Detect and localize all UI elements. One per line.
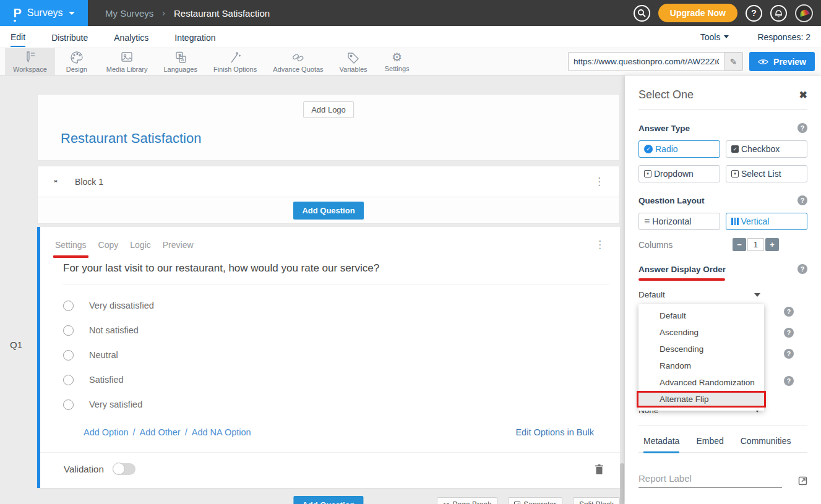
radio-input[interactable] [63,350,74,361]
search-button[interactable] [634,5,650,22]
question-tab-preview[interactable]: Preview [163,240,194,250]
answer-type-checkbox[interactable]: ✓ Checkbox [726,140,807,158]
tab-integration[interactable]: Integration [174,28,215,46]
links-separator: / [185,427,187,437]
toolbar-finish-options[interactable]: Finish Options [205,48,265,75]
display-order-control: Default Default Ascending Descending Ran… [638,288,807,417]
columns-decrement-button[interactable]: − [733,238,746,251]
toolbar-advance-quotas[interactable]: Advance Quotas [265,48,331,75]
question-tab-settings[interactable]: Settings [55,240,87,250]
menu-item-default[interactable]: Default [638,307,764,324]
question-tab-logic[interactable]: Logic [130,240,150,250]
radio-input[interactable] [63,325,74,336]
help-icon[interactable]: ? [784,349,794,359]
divider [638,425,807,425]
tab-embed[interactable]: Embed [696,436,723,452]
help-icon[interactable]: ? [797,264,807,274]
edit-url-button[interactable]: ✎ [724,53,742,70]
radio-input[interactable] [63,301,74,311]
collapse-block-icon[interactable]: ⌄ ⌃ [53,177,59,186]
question-menu-icon[interactable]: ⋮ [595,239,605,250]
notifications-button[interactable] [770,5,787,22]
separator-button[interactable]: ✓ Separator [508,497,562,504]
toolbar-media-library[interactable]: Media Library [98,48,156,75]
option-label[interactable]: Satisfied [89,375,124,385]
help-icon[interactable]: ? [784,376,794,386]
toolbar-languages[interactable]: ✱ A Languages [155,48,205,75]
radio-input[interactable] [63,375,74,385]
help-button[interactable]: ? [746,5,762,22]
tab-communities[interactable]: Communities [741,436,791,452]
option-label[interactable]: Very satisfied [89,399,142,409]
toolbar-label: Languages [163,66,197,73]
tab-metadata[interactable]: Metadata [643,436,679,453]
radio-input[interactable] [63,399,74,410]
add-question-button-bottom[interactable]: Add Question [293,496,363,504]
columns-increment-button[interactable]: + [765,238,779,251]
edit-options-in-bulk-link[interactable]: Edit Options in Bulk [515,427,594,437]
layout-horizontal[interactable]: ≡ Horizontal [638,213,720,230]
report-label-row [638,471,807,488]
tab-distribute[interactable]: Distribute [51,28,88,46]
answer-type-select-list[interactable]: ▾ Select List [726,165,807,182]
help-icon[interactable]: ? [797,195,807,205]
option-label[interactable]: Neutral [89,350,118,360]
toolbar-variables[interactable]: Variables [332,48,376,75]
responses-count[interactable]: Responses: 2 [757,32,810,42]
split-block-button[interactable]: Split Block [573,497,620,504]
survey-url-input[interactable] [569,57,724,66]
option-label[interactable]: Not satisfied [89,325,139,335]
answer-type-radio[interactable]: ✓ Radio [638,140,720,158]
checkbox-icon: ✓ [514,502,520,504]
breadcrumb-my-surveys[interactable]: My Surveys [105,8,153,19]
toolbar-workspace[interactable]: Workspace [5,48,55,75]
avatar[interactable] [795,4,813,22]
validation-toggle[interactable] [113,463,135,475]
tab-analytics[interactable]: Analytics [114,28,148,46]
answer-type-dropdown[interactable]: ▾ Dropdown [638,165,720,182]
option-label[interactable]: Very dissatisfied [89,301,154,310]
preview-button[interactable]: Preview [749,52,815,71]
menu-item-alternate-flip[interactable]: Alternate Flip [637,391,766,408]
add-na-option-link[interactable]: Add NA Option [192,427,251,437]
page-break-button[interactable]: ✂ Page Break [437,497,497,504]
vertical-bars-icon [731,218,739,225]
tools-menu[interactable]: Tools [700,32,729,42]
help-icon[interactable]: ? [784,328,794,338]
menu-item-advanced-randomization[interactable]: Advanced Randomization [638,374,764,391]
menu-item-descending[interactable]: Descending [638,341,764,357]
breadcrumb: My Surveys › Restaurant Satisfaction [105,8,270,19]
option-row: Neutral [63,343,597,367]
answer-type-heading-row: Answer Type ? [638,123,807,133]
menu-item-ascending[interactable]: Ascending [638,324,764,341]
close-panel-button[interactable]: ✖ [799,89,807,101]
add-option-link[interactable]: Add Option [84,427,129,437]
question-number-label: Q1 [10,340,22,350]
report-label-input[interactable] [638,471,782,488]
toolbar-design[interactable]: Design [55,48,98,75]
scrollbar-thumb[interactable] [620,463,624,504]
toolbar-settings[interactable]: ⚙ Settings [376,48,419,75]
help-icon[interactable]: ? [784,307,794,317]
display-order-select[interactable]: Default [638,288,764,301]
expand-icon[interactable] [798,476,807,485]
question-text[interactable]: For your last visit to our restaurant, h… [40,250,620,284]
block-title[interactable]: Block 1 [75,177,103,187]
columns-value-input[interactable] [747,238,764,251]
answer-options: Very dissatisfied Not satisfied Neutral … [40,284,620,417]
survey-title[interactable]: Restaurant Satisfaction [61,130,201,147]
block-menu-icon[interactable]: ⋮ [594,176,604,187]
question-tab-copy[interactable]: Copy [98,240,119,250]
add-logo-button[interactable]: Add Logo [303,101,354,118]
tab-edit[interactable]: Edit [11,27,25,47]
help-icon[interactable]: ? [797,123,807,133]
add-question-button-top[interactable]: Add Question [293,202,363,220]
upgrade-now-button[interactable]: Upgrade Now [658,4,737,22]
radio-selected-icon: ✓ [644,145,653,153]
product-switcher[interactable]: P Surveys [0,0,88,26]
menu-item-random[interactable]: Random [638,357,764,374]
delete-question-button[interactable] [595,464,604,475]
add-other-link[interactable]: Add Other [140,427,181,437]
layout-vertical[interactable]: Vertical [726,213,807,230]
variables-tag-icon [346,51,361,64]
